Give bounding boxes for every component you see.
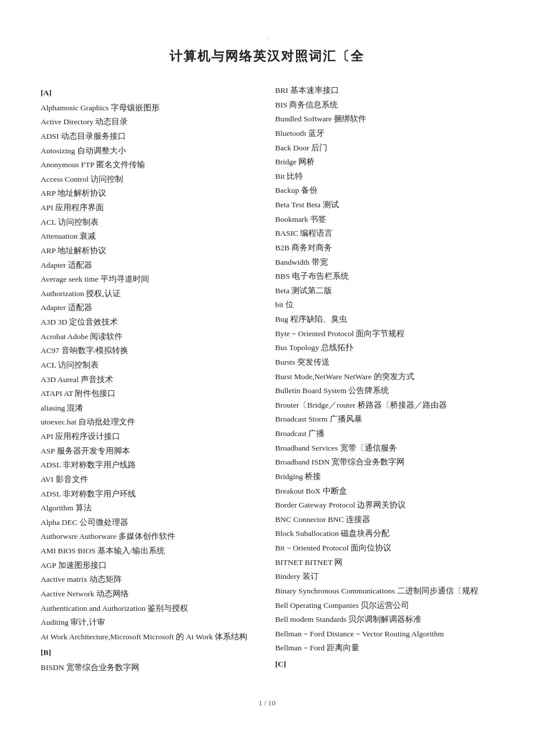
list-item: Beta 测试第二版 [275,284,493,298]
list-item: Average seek time 平均寻道时间 [41,272,259,286]
list-item: AVI 影音文件 [41,473,259,487]
list-item: Authorization 授权,认证 [41,287,259,301]
list-item: BBS 电子布告栏系统 [275,269,493,283]
list-item: Attenuation 衰减 [41,229,259,243]
list-item: Bit 比特 [275,170,493,183]
list-item: Bell modem Standards 贝尔调制解调器标准 [275,613,493,627]
list-item: Backup 备份 [275,183,493,197]
list-item: ADSL 非对称数字用户线路 [41,458,259,472]
list-item: Bit－Oriented Protocol 面向位协议 [275,541,493,555]
list-item: ACL 访问控制表 [41,215,259,229]
list-item: BRI 基本速率接口 [275,84,493,98]
list-item: Broadband ISDN 宽带综合业务数字网 [275,455,493,469]
list-item: AGP 加速图形接口 [41,559,259,573]
list-item: Bellman－Ford Distance－Vector Routing Alg… [275,627,493,641]
list-item: Access Control 访问控制 [41,172,259,186]
list-item: Active Directory 动态目录 [41,115,259,129]
section-label: [C] [275,657,493,671]
section-label: [A] [41,86,259,100]
list-item: Byte－Oriented Protocol 面向字节规程 [275,327,493,341]
list-item: Bandwidth 带宽 [275,255,493,269]
list-item: ADSL 非对称数字用户环线 [41,487,259,501]
list-item: Auditing 审计,计审 [41,615,259,629]
list-item: At Work Architecture,Microsoft Microsoft… [41,630,259,644]
list-item: Burst Mode,NetWare NetWare 的突发方式 [275,370,493,384]
list-item: BITNET BITNET 网 [275,556,493,570]
list-item: ARP 地址解析协议 [41,244,259,258]
list-item: A3D 3D 定位音效技术 [41,315,259,329]
list-item: Aactive matrix 动态矩阵 [41,573,259,586]
list-item: AMI BIOS BIOS 基本输入/输出系统 [41,544,259,558]
list-item: ACL 访问控制表 [41,358,259,372]
list-item: B2B 商务对商务 [275,241,493,255]
page-title: 计算机与网络英汉对照词汇〔全 [41,48,493,65]
list-item: BNC Connector BNC 连接器 [275,513,493,527]
list-item: Border Gateway Protocol 边界网关协议 [275,498,493,512]
right-column: BRI 基本速率接口BIS 商务信息系统Bundled Software 捆绑软… [269,84,493,675]
list-item: Binary Synchronous Communications 二进制同步通… [275,584,493,598]
list-item: A3D Aureal 声音技术 [41,373,259,387]
list-item: Bridge 网桥 [275,155,493,169]
list-item: aliasing 混淆 [41,401,259,415]
list-item: Broadcast Storm 广播风暴 [275,412,493,426]
list-item: ADSI 动态目录服务接口 [41,129,259,143]
list-item: BIS 商务信息系统 [275,98,493,112]
list-item: Bulletin Board System 公告牌系统 [275,384,493,398]
list-item: Authorwsre Authorware 多媒体创作软件 [41,530,259,543]
section-label: [B] [41,646,259,660]
list-item: Broadband Services 宽带〔通信服务 [275,441,493,455]
list-item: Bellman－Ford 距离向量 [275,641,493,655]
list-item: Alphamosic Graphics 字母镶嵌图形 [41,101,259,115]
list-item: Bundled Software 捆绑软件 [275,112,493,126]
list-item: Authentication and Authorization 鉴别与授权 [41,602,259,615]
list-item: API 应用程序设计接口 [41,430,259,444]
list-item: Bindery 装订 [275,570,493,584]
list-item: Back Door 后门 [275,141,493,155]
dot-header: · [41,35,493,42]
main-columns: [A]Alphamosic Graphics 字母镶嵌图形Active Dire… [41,84,493,675]
list-item: Bus Topology 总线拓扑 [275,341,493,355]
list-item: Brouter〔Bridge／router 桥路器〔桥接器／路由器 [275,398,493,412]
list-item: ASP 服务器开发专用脚本 [41,444,259,458]
list-item: bit 位 [275,298,493,312]
list-item: Adapter 适配器 [41,258,259,272]
list-item: ATAPI AT 附件包接口 [41,387,259,401]
list-item: Beta Test Beta 测试 [275,198,493,212]
list-item: AC97 音响数字/模拟转换 [41,344,259,358]
list-item: API 应用程序界面 [41,201,259,215]
list-item: Anonymous FTP 匿名文件传输 [41,158,259,172]
left-column: [A]Alphamosic Graphics 字母镶嵌图形Active Dire… [41,84,269,675]
list-item: Bluetooth 蓝牙 [275,127,493,141]
list-item: ARP 地址解析协议 [41,186,259,200]
list-item: Bookmark 书签 [275,213,493,226]
list-item: Acrobat Adobe 阅读软件 [41,330,259,344]
list-item: Bug 程序缺陷、臭虫 [275,312,493,326]
list-item: Breakout BoX 中断盒 [275,484,493,498]
list-item: Block Suballocation 磁盘块再分配 [275,527,493,541]
page-footer: 1 / 10 [41,699,493,708]
list-item: Bursts 突发传送 [275,355,493,369]
list-item: Autosizing 自动调整大小 [41,144,259,158]
list-item: Adapter 适配器 [41,301,259,315]
list-item: utoexec.bat 自动批处理文件 [41,415,259,429]
list-item: Algorithm 算法 [41,501,259,515]
list-item: Broadcast 广播 [275,427,493,441]
list-item: Bell Operating Companies 贝尔运营公司 [275,599,493,613]
list-item: Aactive Network 动态网络 [41,587,259,601]
list-item: BASIC 编程语言 [275,226,493,240]
list-item: Alpha DEC 公司微处理器 [41,516,259,530]
list-item: BISDN 宽带综合业务数字网 [41,661,259,675]
list-item: Bridging 桥接 [275,470,493,484]
